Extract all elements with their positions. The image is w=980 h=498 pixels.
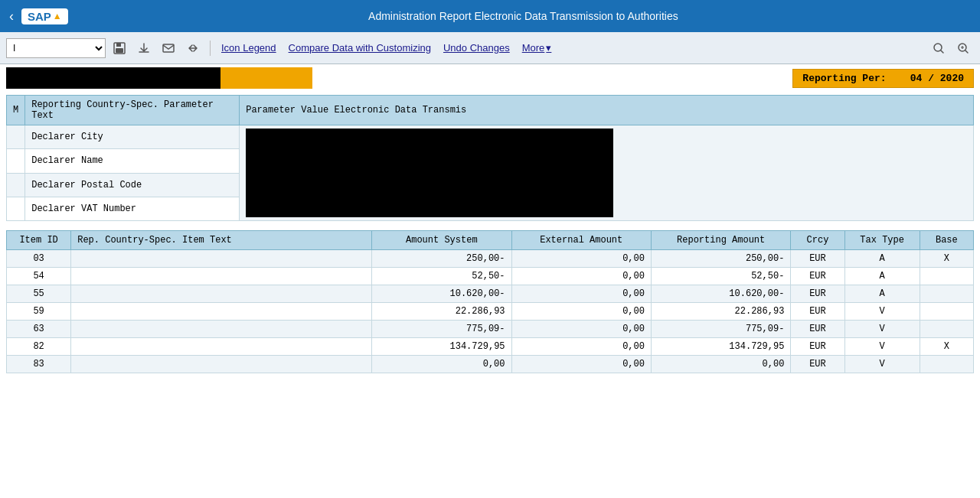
- item-cell-crcy: EUR: [791, 285, 844, 303]
- item-cell-base: [920, 303, 973, 321]
- item-cell-crcy: EUR: [791, 268, 844, 285]
- transfer-icon[interactable]: [182, 38, 204, 58]
- item-cell-id: 54: [7, 268, 71, 285]
- compare-data-button[interactable]: Compare Data with Customizing: [284, 38, 436, 58]
- chevron-down-icon: ▾: [546, 42, 551, 54]
- filter-bar: Reporting Per: 04 / 2020: [6, 67, 974, 89]
- item-cell-id: 03: [7, 250, 71, 268]
- item-cell-rep-amount: 134.729,95: [651, 338, 790, 356]
- item-cell-amount-sys: 10.620,00-: [372, 285, 511, 303]
- item-cell-id: 83: [7, 356, 71, 373]
- item-cell-id: 82: [7, 338, 71, 356]
- param-cell-m: [7, 149, 25, 173]
- more-button[interactable]: More ▾: [518, 38, 557, 58]
- item-cell-rep-amount: 250,00-: [651, 250, 790, 268]
- filter-black-bar: [6, 67, 220, 89]
- search2-icon[interactable]: [952, 38, 974, 58]
- reporting-per-label: Reporting Per:: [802, 73, 886, 84]
- search-icon[interactable]: [928, 38, 949, 58]
- item-table-row: 82134.729,950,00134.729,95EURVX: [7, 338, 974, 356]
- item-cell-crcy: EUR: [791, 356, 844, 373]
- item-col-amount-sys: Amount System: [372, 231, 511, 250]
- item-cell-rep-amount: 775,09-: [651, 321, 790, 338]
- item-col-text: Rep. Country-Spec. Item Text: [71, 231, 372, 250]
- item-cell-text: [71, 356, 372, 373]
- email-icon[interactable]: [158, 38, 179, 58]
- item-table: Item ID Rep. Country-Spec. Item Text Amo…: [6, 230, 974, 373]
- item-cell-tax-type: A: [844, 268, 920, 285]
- download-icon[interactable]: [133, 38, 155, 58]
- item-col-base: Base: [920, 231, 973, 250]
- item-cell-amount-sys: 775,09-: [372, 321, 511, 338]
- item-cell-id: 59: [7, 303, 71, 321]
- param-table-header-row: M Reporting Country-Spec. Parameter Text…: [7, 96, 974, 125]
- item-table-row: 5922.286,930,0022.286,93EURV: [7, 303, 974, 321]
- top-bar: ‹ SAP▲ Administration Report Electronic …: [0, 0, 980, 32]
- sap-logo: SAP▲: [21, 8, 68, 24]
- item-cell-ext-amount: 0,00: [511, 338, 651, 356]
- param-cell-text: Declarer Postal Code: [25, 173, 240, 197]
- icon-legend-button[interactable]: Icon Legend: [217, 38, 281, 58]
- svg-rect-3: [163, 44, 174, 52]
- undo-changes-button[interactable]: Undo Changes: [439, 38, 514, 58]
- item-cell-tax-type: V: [844, 321, 920, 338]
- item-table-row: 830,000,000,00EURV: [7, 356, 974, 373]
- item-cell-rep-amount: 52,50-: [651, 268, 790, 285]
- mode-select[interactable]: I: [6, 38, 106, 58]
- item-cell-base: X: [920, 338, 973, 356]
- filter-orange-bar: [220, 67, 312, 89]
- item-cell-tax-type: V: [844, 338, 920, 356]
- param-cell-text: Declarer City: [25, 125, 240, 149]
- param-cell-text: Declarer Name: [25, 149, 240, 173]
- reporting-per-value: 04 / 2020: [910, 73, 964, 84]
- item-cell-text: [71, 250, 372, 268]
- param-cell-value: [240, 125, 974, 221]
- toolbar-divider-1: [210, 41, 211, 56]
- item-cell-ext-amount: 0,00: [511, 303, 651, 321]
- item-cell-rep-amount: 10.620,00-: [651, 285, 790, 303]
- item-cell-text: [71, 268, 372, 285]
- item-cell-tax-type: A: [844, 285, 920, 303]
- param-cell-m: [7, 125, 25, 149]
- item-cell-text: [71, 303, 372, 321]
- item-table-row: 5452,50-0,0052,50-EURA: [7, 268, 974, 285]
- item-table-row: 63775,09-0,00775,09-EURV: [7, 321, 974, 338]
- param-table: M Reporting Country-Spec. Parameter Text…: [6, 95, 974, 221]
- item-cell-id: 63: [7, 321, 71, 338]
- item-cell-text: [71, 321, 372, 338]
- item-cell-ext-amount: 0,00: [511, 356, 651, 373]
- toolbar: I Icon Legend Compare Data with Customiz…: [0, 32, 980, 64]
- item-cell-tax-type: V: [844, 356, 920, 373]
- item-cell-amount-sys: 22.286,93: [372, 303, 511, 321]
- param-col-value: Parameter Value Electronic Data Transmis: [240, 96, 974, 125]
- item-cell-crcy: EUR: [791, 338, 844, 356]
- redacted-value-block: [246, 129, 613, 217]
- item-cell-base: X: [920, 250, 973, 268]
- item-cell-base: [920, 285, 973, 303]
- item-cell-text: [71, 285, 372, 303]
- item-cell-base: [920, 356, 973, 373]
- item-col-tax-type: Tax Type: [844, 231, 920, 250]
- param-cell-m: [7, 197, 25, 220]
- item-cell-amount-sys: 0,00: [372, 356, 511, 373]
- page-title: Administration Report Electronic Data Tr…: [76, 10, 971, 22]
- item-cell-rep-amount: 0,00: [651, 356, 790, 373]
- item-cell-tax-type: A: [844, 250, 920, 268]
- back-button[interactable]: ‹: [9, 8, 14, 24]
- item-cell-base: [920, 268, 973, 285]
- item-cell-base: [920, 321, 973, 338]
- item-cell-crcy: EUR: [791, 303, 844, 321]
- item-cell-ext-amount: 0,00: [511, 250, 651, 268]
- item-cell-tax-type: V: [844, 303, 920, 321]
- reporting-per: Reporting Per: 04 / 2020: [792, 69, 974, 88]
- item-cell-amount-sys: 134.729,95: [372, 338, 511, 356]
- item-cell-amount-sys: 250,00-: [372, 250, 511, 268]
- save-icon[interactable]: [109, 38, 130, 58]
- item-cell-text: [71, 338, 372, 356]
- param-col-text: Reporting Country-Spec. Parameter Text: [25, 96, 240, 125]
- item-cell-rep-amount: 22.286,93: [651, 303, 790, 321]
- item-cell-crcy: EUR: [791, 250, 844, 268]
- item-col-id: Item ID: [7, 231, 71, 250]
- item-cell-amount-sys: 52,50-: [372, 268, 511, 285]
- search-icons: [928, 38, 974, 58]
